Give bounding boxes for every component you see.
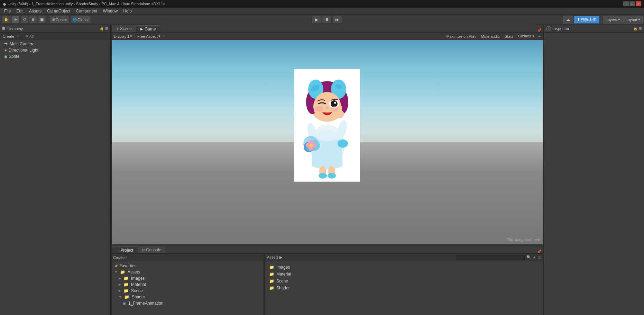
panel-options-icon[interactable]: ≡: [539, 34, 541, 38]
mute-audio-button[interactable]: Mute audio: [481, 34, 500, 38]
images-label: Images: [131, 276, 145, 281]
game-tab-icon: ▶: [140, 27, 143, 31]
layout-dropdown[interactable]: Layout ▾: [623, 16, 643, 24]
assets-breadcrumb-label: Assets ▶: [267, 255, 282, 260]
toolbar: ✋ ✛ ↺ ⊕ ▣ ⊞ Center 🌐 Global ▶ ⏸ ⏭ ☁ ⬆ 拖拽…: [0, 15, 644, 25]
menu-window[interactable]: Window: [100, 8, 120, 14]
scale-tool-button[interactable]: ⊕: [29, 16, 37, 24]
material-expand-icon: ▶: [119, 283, 121, 286]
hierarchy-panel: ☰ Hierarchy 🔒 ☰ Create ▾ | ✻ All 📷 Main …: [0, 25, 111, 315]
aspect-selector[interactable]: Free Aspect ▾: [137, 34, 160, 38]
tab-scene[interactable]: ✛ Scene: [112, 25, 136, 32]
panel-pin-icon[interactable]: 📌: [536, 28, 543, 32]
material-label: Material: [131, 282, 146, 287]
center-toggle[interactable]: ⊞ Center: [50, 16, 70, 24]
inspector-menu-icon[interactable]: ☰: [639, 27, 642, 30]
project-tab-icon: ☰: [116, 248, 119, 252]
bottom-pin-icon[interactable]: 📌: [536, 250, 543, 253]
asset-folder-shader[interactable]: 📁 Shader: [268, 285, 540, 291]
close-button[interactable]: ✕: [636, 1, 641, 6]
asset-folder-scene[interactable]: 📁 Scene: [268, 278, 540, 284]
project-shader-folder[interactable]: ▼ 📁 Shader: [112, 294, 264, 300]
sprite-icon: ▣: [4, 55, 7, 58]
project-tab-label: Project: [120, 248, 133, 253]
rotate-tool-button[interactable]: ↺: [20, 16, 28, 24]
inspector-title: Inspector: [552, 26, 569, 31]
folder-images-icon: 📁: [269, 265, 274, 270]
hierarchy-menu-icon[interactable]: ☰: [105, 27, 108, 30]
display-label: Display 1: [114, 34, 129, 38]
asset-folder-material[interactable]: 📁 Material: [268, 271, 540, 277]
play-button[interactable]: ▶: [312, 16, 321, 24]
assets-collapse-icon: ▼: [114, 270, 118, 274]
menu-component[interactable]: Component: [73, 8, 100, 14]
assets-search-input[interactable]: [456, 255, 525, 260]
upload-label: 拖拽上传: [581, 17, 596, 22]
filter-icon[interactable]: ⊡: [537, 255, 541, 260]
menu-assets[interactable]: Assets: [26, 8, 44, 14]
layout-label: Layout: [626, 18, 637, 22]
project-images[interactable]: ▶ 📁 Images: [112, 275, 264, 281]
tab-game[interactable]: ▶ Game: [136, 25, 160, 32]
tab-project[interactable]: ☰ Project: [112, 246, 138, 253]
project-assets[interactable]: ▼ 📁 Assets: [112, 269, 264, 275]
project-material[interactable]: ▶ 📁 Material: [112, 281, 264, 288]
sprite-object: [294, 69, 360, 182]
hierarchy-item-main-camera[interactable]: 📷 Main Camera: [0, 41, 110, 47]
asset-folder-images[interactable]: 📁 Images: [268, 264, 540, 270]
project-create-chevron-icon: ▾: [125, 255, 127, 260]
game-view-toolbar: Display 1 ▾ | Free Aspect ▾ ▾ Maximize o…: [112, 33, 543, 40]
minimize-button[interactable]: ─: [623, 1, 629, 6]
global-icon: 🌐: [73, 18, 77, 21]
menu-edit[interactable]: Edit: [13, 8, 26, 14]
menu-gameobject[interactable]: GameObject: [44, 8, 73, 14]
scene-folder-label: Scene: [131, 288, 143, 293]
favorites-label: Favorites: [119, 263, 136, 268]
move-tool-button[interactable]: ✛: [12, 16, 20, 24]
inspector-lock-icon[interactable]: 🔒: [633, 27, 637, 30]
gizmos-button[interactable]: Gizmos ▾: [518, 34, 534, 38]
menu-file[interactable]: File: [1, 8, 13, 14]
game-view-content: http://blog.csdn.net/: [112, 40, 543, 244]
hierarchy-all-label: ✻: [25, 34, 28, 38]
pause-button[interactable]: ⏸: [322, 16, 332, 24]
upload-button[interactable]: ⬆ 拖拽上传: [574, 16, 599, 24]
layers-dropdown[interactable]: Layers ▾: [603, 16, 623, 24]
images-expand-icon: ▶: [119, 277, 121, 280]
assets-breadcrumb: Assets ▶: [267, 255, 282, 260]
title-bar: ◆ Unity (64bit) - 1_FrameAnimation.unity…: [0, 0, 644, 8]
separator-1: [48, 16, 48, 23]
tab-console[interactable]: ⊡ Console: [138, 246, 166, 253]
project-frameanimation[interactable]: ▣ 1_FrameAnimation: [112, 300, 264, 306]
project-scene-folder[interactable]: ▶ 📁 Scene: [112, 288, 264, 294]
display-selector[interactable]: Display 1 ▾: [114, 34, 132, 38]
hand-tool-button[interactable]: ✋: [1, 16, 11, 24]
hierarchy-alltext-label: All: [29, 34, 34, 38]
cloud-button[interactable]: ☁: [563, 16, 573, 24]
stats-button[interactable]: Stats: [505, 34, 513, 38]
scene-tab-icon: ✛: [116, 27, 119, 31]
rect-tool-button[interactable]: ▣: [38, 16, 46, 24]
camera-icon: 📷: [4, 42, 8, 46]
window-title: Unity (64bit) - 1_FrameAnimation.unity -…: [8, 2, 165, 6]
folder-scene-label: Scene: [276, 279, 288, 284]
search-icon: 🔍: [526, 255, 531, 260]
step-button[interactable]: ⏭: [332, 16, 342, 24]
star-filter-icon[interactable]: ★: [533, 255, 536, 260]
maximize-button[interactable]: □: [629, 1, 635, 6]
hierarchy-item-sprite[interactable]: ▣ Sprite: [0, 53, 110, 60]
folder-shader-label: Shader: [276, 286, 290, 290]
global-toggle[interactable]: 🌐 Global: [70, 16, 91, 24]
menu-help[interactable]: Help: [120, 8, 135, 14]
project-favorites[interactable]: ★ Favorites: [112, 263, 264, 269]
assets-grid-panel: Assets ▶ 🔍 ★ ⊡ 📁 Ima: [265, 254, 543, 315]
svg-point-32: [319, 173, 327, 179]
bottom-panel: ☰ Project ⊡ Console 📌 Create ▾: [112, 246, 543, 315]
hierarchy-panel-icon: ☰: [2, 27, 5, 30]
svg-point-11: [315, 106, 323, 112]
maximize-on-play-button[interactable]: Maximize on Play: [447, 34, 476, 38]
aspect-chevron-icon: ▾: [158, 34, 160, 38]
hierarchy-create-button[interactable]: Create: [1, 34, 16, 39]
project-create-button[interactable]: Create: [113, 255, 125, 260]
hierarchy-item-directional-light[interactable]: ☀ Directional Light: [0, 47, 110, 53]
